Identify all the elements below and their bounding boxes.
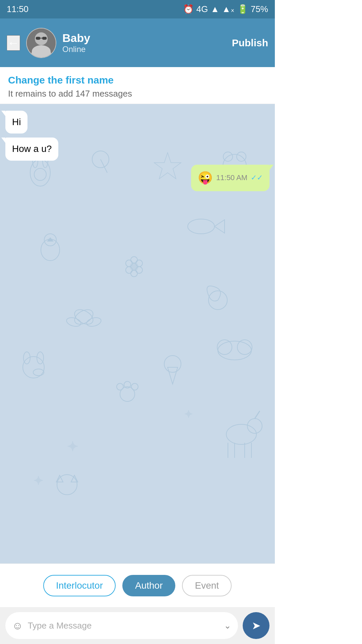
svg-point-36	[164, 356, 181, 372]
message-bubble: Hi	[5, 111, 27, 133]
svg-line-53	[255, 411, 260, 419]
header-left: ← Baby Online	[7, 28, 90, 58]
svg-rect-3	[36, 37, 40, 40]
svg-point-51	[226, 424, 256, 444]
svg-point-21	[188, 219, 215, 234]
banner-subtitle: It remains to add 147 messages	[8, 89, 267, 99]
publish-button[interactable]: Publish	[232, 37, 268, 49]
status-time: 11:50	[7, 4, 28, 14]
banner: Change the first name It remains to add …	[0, 67, 275, 104]
author-button[interactable]: Author	[122, 575, 176, 596]
message-text: Hi	[12, 117, 21, 127]
message-bubble: 😜 11:50 AM ✓✓	[191, 165, 269, 191]
svg-point-23	[130, 263, 138, 271]
message-text: How a u?	[12, 144, 52, 154]
contact-avatar[interactable]	[26, 28, 56, 58]
emoji-icon: ☺	[12, 620, 23, 632]
message-emoji: 😜	[198, 170, 213, 186]
svg-marker-22	[215, 220, 225, 233]
svg-point-37	[23, 357, 44, 378]
svg-point-42	[217, 340, 232, 355]
message-input[interactable]	[28, 621, 219, 631]
battery-label: 75%	[251, 4, 268, 14]
signal-icon: ▲	[210, 4, 219, 14]
interlocutor-button[interactable]: Interlocutor	[43, 575, 116, 596]
back-button[interactable]: ←	[7, 35, 20, 51]
svg-point-47	[131, 383, 138, 390]
send-icon: ➤	[252, 619, 261, 632]
svg-point-39	[37, 352, 44, 364]
emoji-button[interactable]: ☺	[12, 620, 23, 631]
svg-text:✦: ✦	[34, 474, 43, 487]
status-right: ⏰ 4G ▲ ▲ₓ 🔋 75%	[183, 4, 268, 14]
role-selector: Interlocutor Author Event	[0, 564, 275, 607]
svg-point-33	[66, 316, 82, 328]
send-button[interactable]: ➤	[243, 612, 269, 639]
svg-point-18	[41, 239, 60, 261]
message-time: 11:50 AM	[216, 173, 247, 183]
svg-point-31	[72, 307, 96, 327]
contact-name: Baby	[62, 32, 90, 45]
svg-marker-35	[168, 367, 178, 384]
contact-status: Online	[62, 45, 90, 54]
battery-icon: 🔋	[237, 4, 248, 14]
svg-text:✦: ✦	[67, 439, 78, 454]
message-input-wrapper: ☺ ⌄	[5, 612, 238, 639]
alarm-icon: ⏰	[183, 4, 194, 14]
svg-point-32	[86, 316, 102, 328]
contact-info: Baby Online	[62, 32, 90, 54]
event-button[interactable]: Event	[182, 575, 232, 596]
messages-container: Hi How a u? 😜 11:50 AM ✓✓	[0, 104, 275, 198]
svg-text:✦: ✦	[184, 409, 193, 420]
signal-icon-2: ▲ₓ	[222, 4, 235, 14]
svg-point-2	[30, 48, 53, 57]
banner-title: Change the first name	[8, 74, 267, 86]
svg-point-38	[23, 352, 30, 364]
input-area: ☺ ⌄ ➤	[0, 607, 275, 644]
status-bar: 11:50 ⏰ 4G ▲ ▲ₓ 🔋 75%	[0, 0, 275, 18]
svg-point-41	[218, 341, 251, 360]
chat-area: ✦ ✦ ✦ Hi How a u? 😜 11:5	[0, 104, 275, 564]
chat-header: ← Baby Online Publish	[0, 18, 275, 67]
svg-point-40	[33, 369, 44, 376]
signal-label: 4G	[196, 4, 208, 14]
svg-rect-4	[42, 37, 47, 40]
message-bubble: How a u?	[5, 138, 58, 160]
message-ticks: ✓✓	[251, 173, 263, 183]
svg-point-58	[57, 475, 77, 495]
chevron-down-icon: ⌄	[224, 621, 231, 631]
svg-point-45	[117, 383, 123, 390]
avatar-image	[27, 29, 56, 57]
svg-point-43	[237, 340, 252, 355]
